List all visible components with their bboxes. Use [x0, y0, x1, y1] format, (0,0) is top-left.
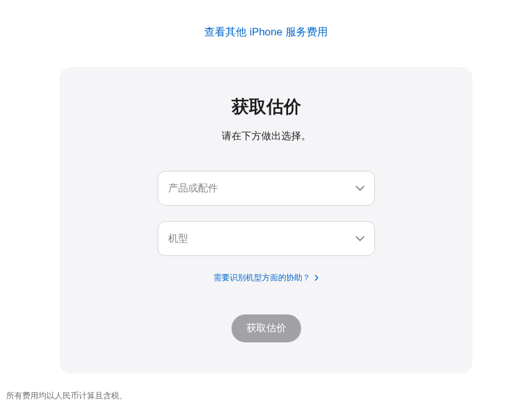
- model-select[interactable]: 机型: [158, 221, 375, 256]
- help-link-container: 需要识别机型方面的协助？: [84, 272, 448, 283]
- product-select-placeholder: 产品或配件: [168, 182, 218, 195]
- estimate-card: 获取估价 请在下方做出选择。 产品或配件 机型: [60, 67, 472, 373]
- footer-line-2: 截至 2023 年 2 月底，保外电池服务的费用都将按照当前的价格收取。从 20…: [6, 406, 526, 412]
- chevron-down-icon: [356, 186, 364, 191]
- identify-model-help-link[interactable]: 需要识别机型方面的协助？: [214, 273, 319, 282]
- chevron-down-icon: [356, 236, 364, 241]
- get-estimate-button[interactable]: 获取估价: [232, 314, 301, 342]
- help-link-label: 需要识别机型方面的协助？: [214, 273, 310, 282]
- product-select[interactable]: 产品或配件: [158, 171, 375, 206]
- footer-line-1: 所有费用均以人民币计算且含税。: [6, 386, 526, 405]
- card-subtitle: 请在下方做出选择。: [84, 130, 448, 143]
- product-select-wrapper: 产品或配件: [158, 171, 375, 206]
- chevron-right-icon: [315, 273, 318, 283]
- model-select-placeholder: 机型: [168, 232, 188, 245]
- model-select-wrapper: 机型: [158, 221, 375, 256]
- card-title: 获取估价: [84, 95, 448, 119]
- top-link-container: 查看其他 iPhone 服务费用: [6, 25, 526, 39]
- other-services-link[interactable]: 查看其他 iPhone 服务费用: [204, 26, 327, 38]
- footer-notes: 所有费用均以人民币计算且含税。 截至 2023 年 2 月底，保外电池服务的费用…: [6, 373, 526, 412]
